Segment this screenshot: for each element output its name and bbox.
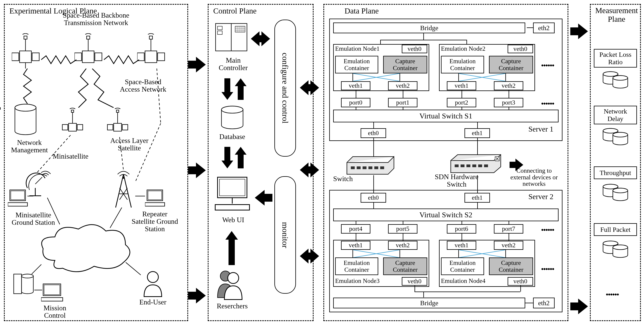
rf-link-icon [104, 55, 139, 65]
svg-rect-4 [24, 36, 27, 39]
fullpkt-box: Full Packet [594, 223, 637, 236]
port1: port1 [388, 98, 418, 107]
svg-rect-24 [108, 124, 113, 130]
rf-link-icon [92, 68, 118, 108]
svg-rect-90 [472, 164, 476, 167]
svg-rect-47 [14, 274, 22, 294]
arrow-icon [255, 190, 272, 206]
svg-rect-52 [41, 298, 63, 301]
switch-label: Switch [333, 175, 362, 183]
s1-eth1: eth1 [464, 128, 490, 138]
switch-icon [345, 155, 396, 176]
svg-rect-27 [116, 110, 119, 112]
monitor-box: monitor [274, 176, 296, 294]
webui-label: Web UI [216, 216, 251, 224]
end-user-label: End-User [133, 299, 172, 306]
port2: port2 [447, 98, 476, 107]
updown-arrows-icon [222, 78, 246, 100]
arrow-icon [188, 57, 206, 72]
bi-arrow-icon [251, 31, 270, 46]
satellite-icon [12, 33, 43, 68]
user-icon [141, 270, 165, 298]
researchers-label: Reserchers [211, 303, 254, 310]
computer-icon [214, 175, 253, 214]
bridge-bottom: Bridge [333, 298, 525, 308]
port0: port0 [341, 98, 370, 107]
port6: port6 [447, 224, 476, 234]
svg-point-115 [613, 188, 628, 193]
computer-icon [8, 188, 30, 210]
svg-rect-13 [158, 53, 165, 61]
computer-icon [145, 188, 166, 210]
svg-rect-10 [86, 36, 90, 39]
svg-rect-83 [362, 166, 366, 169]
ellipsis-icon: ······ [541, 223, 554, 237]
cross-link [447, 250, 529, 258]
mission-ctrl-label: Mission Control [35, 305, 74, 319]
monitor-label: monitor [280, 222, 290, 248]
svg-point-107 [613, 76, 628, 80]
emu-container-n1: Emulation Container [335, 56, 378, 73]
radio-tower-icon [110, 170, 137, 210]
svg-rect-11 [145, 51, 157, 63]
emu-node3-label: Emulation Node3 [335, 278, 394, 284]
svg-rect-81 [351, 166, 355, 169]
eth2-bottom: eth2 [533, 298, 555, 308]
port5: port5 [388, 224, 418, 234]
svg-point-17 [15, 104, 36, 111]
svg-point-113 [603, 184, 618, 189]
controller-icon [214, 21, 249, 55]
svg-rect-8 [95, 53, 102, 61]
eth2-top: eth2 [533, 22, 555, 33]
ellipsis-icon: ······ [606, 288, 618, 301]
bi-arrow-icon [300, 249, 319, 264]
port4: port4 [341, 224, 370, 234]
veth0-n4: veth0 [508, 277, 533, 286]
ctrl-plane-title: Control Plane [212, 6, 257, 15]
svg-point-49 [22, 274, 33, 278]
sdn-switch-icon [449, 153, 504, 176]
svg-rect-22 [71, 110, 74, 112]
svg-point-111 [613, 132, 628, 137]
svg-rect-20 [77, 124, 83, 130]
bridge-top: Bridge [333, 22, 525, 33]
meas-plane-title: Measurement Plane [593, 6, 640, 23]
emu-node2-label: Emulation Node2 [441, 45, 500, 52]
svg-rect-89 [466, 164, 470, 167]
repeater-gs-label: Repeater Satellite Ground Station [126, 211, 184, 233]
server2-label: Server 2 [525, 193, 556, 201]
computer-icon [41, 282, 65, 306]
svg-rect-70 [215, 205, 250, 210]
satellite-icon [74, 33, 106, 68]
rf-link-icon [41, 55, 76, 65]
svg-point-53 [148, 272, 158, 283]
arrow-icon [570, 299, 588, 314]
svg-rect-41 [148, 191, 162, 200]
plr-box: Packet Loss Ratio [594, 49, 637, 67]
users-icon [214, 268, 247, 302]
satellite-icon [61, 108, 86, 137]
emu-node1-label: Emulation Node1 [335, 45, 394, 52]
data-cylinders-icon [602, 127, 629, 147]
arrow-icon [188, 162, 206, 178]
dashed-link [116, 137, 128, 172]
svg-rect-86 [380, 166, 384, 169]
updown-arrows-icon [222, 147, 246, 168]
ellipsis-icon: ······ [541, 97, 554, 110]
cross-link [341, 250, 423, 258]
svg-rect-92 [484, 164, 488, 167]
port7: port7 [494, 224, 523, 234]
svg-rect-68 [220, 179, 245, 196]
veth0-n2: veth0 [508, 45, 533, 53]
svg-line-35 [124, 174, 131, 208]
cap-container-n4: Capture Container [489, 258, 533, 275]
cap-container-n2: Capture Container [489, 56, 533, 73]
svg-line-43 [37, 135, 70, 172]
svg-rect-91 [478, 164, 482, 167]
svg-line-28 [35, 177, 42, 184]
backbone-label: Space-Based Backbone Transmission Networ… [45, 12, 147, 27]
port3: port3 [494, 98, 523, 107]
svg-rect-2 [32, 53, 39, 61]
cap-container-n3: Capture Container [383, 258, 427, 275]
data-plane-title: Data Plane [344, 6, 380, 15]
